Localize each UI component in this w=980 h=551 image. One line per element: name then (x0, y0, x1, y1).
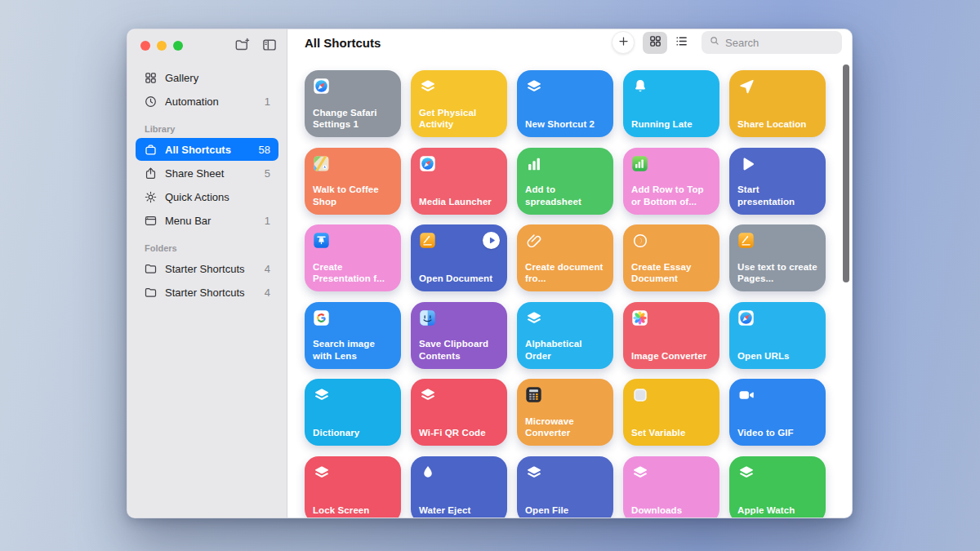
sidebar-toggle-icon (261, 37, 278, 56)
scrollbar-thumb[interactable] (843, 64, 849, 282)
finder-app-icon (419, 309, 437, 327)
share-icon (144, 167, 158, 180)
shortcut-card-label: Add Row to Top or Bottom of... (631, 184, 712, 207)
sidebar-tools (234, 37, 278, 55)
shortcut-card[interactable]: Start presentation (729, 148, 826, 215)
shortcut-card-label: Start presentation (737, 184, 818, 207)
shortcut-card[interactable]: Create Presentation f... (305, 224, 401, 291)
close-button[interactable] (140, 41, 150, 51)
play-badge-icon[interactable] (483, 232, 500, 249)
shortcut-card[interactable]: Apple Watch (729, 456, 826, 519)
search-field[interactable] (702, 31, 842, 54)
page-title: All Shortcuts (305, 36, 381, 50)
minimize-button[interactable] (157, 41, 167, 51)
shortcut-card[interactable]: Video to GIF (729, 379, 826, 446)
sidebar-item-label: Starter Shortcuts (165, 287, 257, 299)
shortcut-card-label: Search image with Lens (313, 338, 394, 362)
sidebar-item-share-sheet[interactable]: Share Sheet5 (136, 162, 278, 184)
shortcut-card-label: Get Physical Activity (419, 107, 500, 131)
shortcut-card[interactable]: Walk to Coffee Shop (305, 148, 401, 215)
sidebar-item-automation[interactable]: Automation1 (136, 90, 278, 113)
shortcut-card-label: Set Variable (631, 427, 712, 439)
sidebar-item-quick-actions[interactable]: Quick Actions (136, 185, 278, 208)
shortcut-card[interactable]: Wi-Fi QR Code (411, 379, 507, 446)
shortcut-card[interactable]: Media Launcher (411, 148, 507, 215)
shortcut-card[interactable]: Downloads (623, 456, 719, 519)
shortcut-card-label: Lock Screen (313, 504, 394, 517)
shortcut-card[interactable]: Create Essay Document (623, 224, 719, 291)
sidebar: GalleryAutomation1LibraryAll Shortcuts58… (127, 29, 287, 518)
shortcut-card[interactable]: Open File (517, 456, 613, 519)
shortcut-card-label: Wi-Fi QR Code (419, 427, 500, 439)
safari-app-icon (737, 309, 755, 327)
sidebar-item-count: 1 (265, 96, 270, 108)
shortcut-card[interactable]: Open URLs (729, 302, 826, 369)
shortcut-card[interactable]: New Shortcut 2 (517, 70, 613, 137)
shortcut-card[interactable]: Share Location (729, 70, 826, 137)
shortcut-card-label: Water Eject (419, 504, 500, 517)
shortcut-card[interactable]: Alphabetical Order (517, 302, 613, 369)
shortcut-card-label: Video to GIF (737, 427, 818, 439)
plus-icon (617, 35, 630, 50)
shortcut-card[interactable]: Change Safari Settings 1 (305, 70, 401, 137)
shortcut-card[interactable]: Running Late (623, 70, 719, 137)
layers-icon (313, 464, 331, 482)
sidebar-item-starter-shortcuts[interactable]: Starter Shortcuts4 (136, 281, 278, 304)
sidebar-item-gallery[interactable]: Gallery (136, 66, 278, 89)
shortcut-card[interactable]: Microwave Converter (517, 379, 613, 446)
new-folder-button[interactable] (234, 37, 252, 55)
shortcut-card-label: Walk to Coffee Shop (313, 184, 394, 207)
shortcut-card-label: Open Document (419, 273, 500, 285)
safari-app-icon (313, 78, 331, 96)
shortcuts-window: GalleryAutomation1LibraryAll Shortcuts58… (127, 29, 853, 518)
shortcut-card[interactable]: Search image with Lens (305, 302, 401, 369)
shortcut-card[interactable]: Open Document (411, 224, 507, 291)
safari-app-icon (419, 155, 437, 173)
zoom-button[interactable] (173, 41, 183, 51)
shortcut-card-label: Add to spreadsheet (525, 184, 606, 207)
shortcut-card[interactable]: Set Variable (623, 379, 719, 446)
sidebar-item-count: 4 (265, 263, 270, 275)
shortcut-card[interactable]: Create document fro... (517, 224, 613, 291)
desktop-background: GalleryAutomation1LibraryAll Shortcuts58… (0, 0, 980, 551)
paperclip-icon (525, 232, 543, 250)
all-shortcuts-icon (144, 143, 158, 157)
toggle-sidebar-button[interactable] (261, 37, 278, 55)
shortcut-card-label: Downloads (631, 504, 712, 517)
shortcut-card[interactable]: Image Converter (623, 302, 719, 369)
shortcut-card-label: Running Late (631, 118, 712, 131)
sidebar-item-label: Menu Bar (165, 215, 257, 227)
search-input[interactable] (725, 37, 835, 49)
list-view-button[interactable] (669, 32, 693, 54)
grid-view-button[interactable] (643, 32, 667, 54)
layers-icon (737, 464, 755, 482)
layers-icon (525, 464, 543, 482)
keynote-app-icon (313, 232, 331, 250)
shortcut-card-label: Save Clipboard Contents (419, 338, 500, 362)
sidebar-item-starter-shortcuts[interactable]: Starter Shortcuts4 (136, 257, 278, 280)
sidebar-item-menu-bar[interactable]: Menu Bar1 (136, 209, 278, 232)
shortcut-card[interactable]: Save Clipboard Contents (411, 302, 507, 369)
video-camera-icon (737, 386, 755, 404)
sidebar-nav: GalleryAutomation1LibraryAll Shortcuts58… (127, 65, 287, 304)
shortcut-card[interactable]: Lock Screen (305, 456, 401, 519)
essay-circle-icon (631, 232, 649, 250)
gear-icon (144, 190, 158, 204)
shortcut-card-label: Alphabetical Order (525, 338, 606, 362)
shortcut-card-label: Create Presentation f... (313, 261, 394, 285)
shortcut-card[interactable]: Get Physical Activity (411, 70, 507, 137)
layers-icon (525, 309, 543, 327)
water-drop-icon (419, 464, 437, 482)
add-shortcut-button[interactable] (612, 31, 635, 54)
shortcut-card[interactable]: Use text to create Pages... (729, 224, 826, 291)
shortcut-card[interactable]: Water Eject (411, 456, 507, 519)
google-app-icon (313, 309, 331, 327)
rounded-square-icon (631, 386, 649, 404)
shortcut-card[interactable]: Add to spreadsheet (517, 148, 613, 215)
shortcut-card[interactable]: Add Row to Top or Bottom of... (623, 148, 719, 215)
sidebar-item-all-shortcuts[interactable]: All Shortcuts58 (136, 138, 278, 161)
shortcut-card-label: Create Essay Document (631, 261, 712, 285)
shortcut-card-label: Change Safari Settings 1 (313, 107, 394, 131)
sidebar-item-label: Share Sheet (165, 167, 257, 180)
shortcut-card[interactable]: Dictionary (305, 379, 401, 446)
